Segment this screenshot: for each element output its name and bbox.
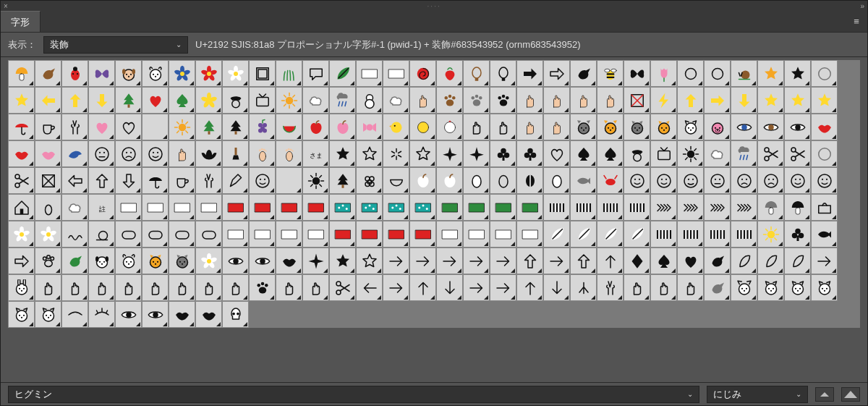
glyph-peace[interactable] — [61, 114, 88, 140]
glyph-herring2[interactable] — [731, 194, 757, 221]
glyph-cat-paws[interactable] — [463, 87, 490, 114]
glyph-star-bw[interactable] — [409, 140, 436, 167]
glyph-worm[interactable] — [61, 221, 88, 248]
glyph-hand-raised[interactable] — [169, 140, 195, 167]
glyph-rose-block2[interactable] — [409, 221, 436, 248]
glyph-snail[interactable] — [731, 60, 757, 87]
glyph-peach[interactable] — [329, 114, 356, 140]
glyph-block-teal-dots[interactable] — [329, 194, 356, 221]
glyph-diag[interactable] — [677, 221, 704, 248]
glyph-duck[interactable] — [704, 274, 731, 301]
glyph-club-bw[interactable] — [490, 140, 516, 167]
glyph-herring[interactable] — [704, 194, 731, 221]
glyph-arrow-left-bw[interactable] — [61, 167, 88, 194]
glyph-lips-pink[interactable] — [35, 140, 61, 167]
glyph-block-teal-dots[interactable] — [383, 194, 409, 221]
glyph-heart-bw2[interactable] — [543, 140, 570, 167]
glyph-house[interactable] — [8, 194, 35, 221]
glyph-block-red[interactable] — [249, 194, 276, 221]
glyph-hand-flat[interactable] — [570, 87, 597, 114]
glyph-crab[interactable] — [597, 167, 624, 194]
glyph-cup-bw[interactable] — [169, 167, 195, 194]
glyph-pray[interactable] — [222, 274, 249, 301]
glyph-arrow-l-thin[interactable] — [356, 274, 383, 301]
glyph-block-red[interactable] — [276, 194, 302, 221]
glyph-wolf[interactable] — [570, 114, 597, 140]
glyph-star-burst[interactable] — [757, 60, 784, 87]
glyph-arrow-up-bw2[interactable] — [516, 248, 543, 274]
glyph-star-y2[interactable] — [757, 87, 784, 114]
glyph-leaf-bw2[interactable] — [624, 221, 650, 248]
glyph-arrow-r4[interactable] — [463, 248, 490, 274]
glyph-hand-flat-bw[interactable] — [195, 274, 222, 301]
glyph-arrow-left-yellow[interactable] — [35, 87, 61, 114]
glyph-rock2[interactable] — [650, 274, 677, 301]
glyph-arrow-skinny-up[interactable] — [516, 274, 543, 301]
glyph-stripe[interactable] — [543, 194, 570, 221]
glyph-butterfly[interactable] — [88, 60, 115, 87]
glyph-ring[interactable] — [677, 60, 704, 87]
glyph-cat-bw2[interactable] — [757, 274, 784, 301]
glyph-arrow-r-thin[interactable] — [383, 274, 409, 301]
glyph-fist[interactable] — [516, 114, 543, 140]
glyph-arrow-r6[interactable] — [543, 248, 570, 274]
glyph-arrow-r[interactable] — [383, 248, 409, 274]
glyph-grass[interactable] — [276, 60, 302, 87]
glyph-face-cool[interactable] — [650, 167, 677, 194]
glyph-feather2[interactable] — [757, 248, 784, 274]
glyph-leaf-pattern[interactable] — [463, 194, 490, 221]
glyph-banner-white[interactable] — [383, 60, 409, 87]
glyph-splash[interactable] — [383, 140, 409, 167]
glyph-rose-bw[interactable] — [463, 221, 490, 248]
glyph-banner-wide2[interactable] — [195, 194, 222, 221]
glyph-arrow-right-bw2[interactable] — [8, 248, 35, 274]
glyph-cup[interactable] — [35, 114, 61, 140]
glyph-leaf-bw[interactable] — [597, 221, 624, 248]
glyph-cat-face2[interactable] — [169, 248, 195, 274]
glyph-butterfly-bw[interactable] — [624, 60, 650, 87]
glyph-lips-bw2[interactable] — [169, 301, 195, 328]
glyph-hand-open[interactable] — [543, 87, 570, 114]
glyph-cat-orange[interactable] — [650, 114, 677, 140]
glyph-rain-drops[interactable] — [329, 87, 356, 114]
glyph-paper[interactable] — [677, 274, 704, 301]
glyph-block-polka[interactable] — [276, 221, 302, 248]
glyph-leaf-bw[interactable] — [543, 221, 570, 248]
glyph-block-polka[interactable] — [249, 221, 276, 248]
glyph-tree-green[interactable] — [115, 87, 142, 114]
glyph-bug-red[interactable] — [61, 60, 88, 87]
glyph-bee[interactable] — [597, 60, 624, 87]
glyph-paws[interactable] — [490, 87, 516, 114]
glyph-egg2[interactable] — [543, 167, 570, 194]
glyph-mirror-bw[interactable] — [490, 60, 516, 87]
glyph-spade-bw2[interactable] — [597, 140, 624, 167]
glyph-cloud[interactable] — [302, 87, 329, 114]
glyph-face-sad[interactable] — [115, 140, 142, 167]
glyph-stripe[interactable] — [570, 194, 597, 221]
glyph-face-happy[interactable] — [142, 140, 169, 167]
glyph-moon-face[interactable] — [142, 114, 169, 140]
zoom-out-button[interactable] — [815, 387, 834, 402]
glyph-text-block[interactable]: 註 — [88, 194, 115, 221]
glyph-banner-wide[interactable] — [142, 194, 169, 221]
glyph-hydrangea[interactable] — [169, 60, 195, 87]
glyph-rose-block[interactable] — [329, 221, 356, 248]
glyph-star-solid[interactable] — [329, 248, 356, 274]
glyph-face-bw2[interactable] — [811, 167, 838, 194]
glyph-cloud-bw[interactable] — [383, 87, 409, 114]
glyph-cloud-bw3[interactable] — [61, 194, 88, 221]
glyph-tree-green2[interactable] — [195, 114, 222, 140]
glyph-text-bubble[interactable] — [302, 60, 329, 87]
glyph-block-teal-dots[interactable] — [356, 194, 383, 221]
glyph-arrow-up-bw3[interactable] — [570, 248, 597, 274]
glyph-face-neutral[interactable] — [88, 140, 115, 167]
glyph-umbrella-red[interactable] — [8, 114, 35, 140]
glyph-heart-black[interactable] — [677, 248, 704, 274]
glyph-arrow-u-thin[interactable] — [409, 274, 436, 301]
glyph-scissors2[interactable] — [784, 140, 811, 167]
glyph-watermelon[interactable] — [276, 114, 302, 140]
glyph-diag2[interactable] — [731, 221, 757, 248]
glyph-leaf-green[interactable] — [329, 60, 356, 87]
glyph-paw-banner[interactable] — [436, 87, 463, 114]
glyph-rose-block[interactable] — [383, 221, 409, 248]
